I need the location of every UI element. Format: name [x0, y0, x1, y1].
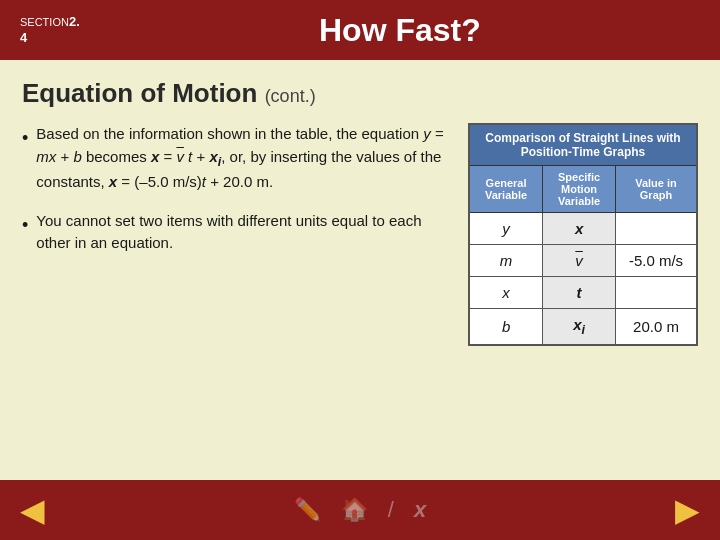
heading-main: Equation of Motion: [22, 78, 257, 108]
section-heading: Equation of Motion (cont.): [22, 78, 698, 109]
bottom-bar: ◀ ✏️ 🏠 / x ▶: [0, 480, 720, 540]
bullet-item-1: • Based on the information shown in the …: [22, 123, 452, 194]
section-line2: 4: [20, 30, 27, 45]
main-content: Equation of Motion (cont.) • Based on th…: [0, 60, 720, 480]
cell-specific-4: xi: [543, 309, 616, 346]
comparison-table: Comparison of Straight Lines with Positi…: [468, 123, 698, 346]
table-row-2: m v -5.0 m/s: [469, 245, 697, 277]
cell-specific-1: x: [543, 213, 616, 245]
cell-value-2: -5.0 m/s: [616, 245, 698, 277]
text-column: • Based on the information shown in the …: [22, 123, 452, 271]
cell-value-1: [616, 213, 698, 245]
prev-arrow[interactable]: ◀: [20, 491, 45, 529]
section-label: SECTION2. 4: [20, 14, 80, 45]
cell-general-4: b: [469, 309, 543, 346]
table-row-3: x t: [469, 277, 697, 309]
cell-general-2: m: [469, 245, 543, 277]
cell-general-1: y: [469, 213, 543, 245]
bullet-dot-2: •: [22, 212, 28, 239]
section-word: SECTION: [20, 16, 69, 28]
cell-specific-2: v: [543, 245, 616, 277]
col-header-value: Value inGraph: [616, 166, 698, 213]
x-icon: x: [414, 497, 426, 523]
bottom-icons: ✏️ 🏠 / x: [294, 497, 426, 523]
cell-value-3: [616, 277, 698, 309]
page-title: How Fast?: [100, 12, 700, 49]
slash-icon: /: [388, 497, 394, 523]
next-arrow[interactable]: ▶: [675, 491, 700, 529]
cell-specific-3: t: [543, 277, 616, 309]
heading-sub: (cont.): [265, 86, 316, 106]
content-row: • Based on the information shown in the …: [22, 123, 698, 346]
top-bar: SECTION2. 4 How Fast?: [0, 0, 720, 60]
bullet-dot-1: •: [22, 125, 28, 152]
bullet-item-2: • You cannot set two items with differen…: [22, 210, 452, 255]
cell-value-4: 20.0 m: [616, 309, 698, 346]
pencil-icon: ✏️: [294, 497, 321, 523]
bullet-text-1: Based on the information shown in the ta…: [36, 123, 452, 194]
col-header-specific: SpecificMotionVariable: [543, 166, 616, 213]
cell-general-3: x: [469, 277, 543, 309]
table-container: Comparison of Straight Lines with Positi…: [468, 123, 698, 346]
table-row-1: y x: [469, 213, 697, 245]
table-row-4: b xi 20.0 m: [469, 309, 697, 346]
bullet-text-2: You cannot set two items with different …: [36, 210, 452, 255]
table-header-main: Comparison of Straight Lines with Positi…: [469, 124, 697, 166]
col-header-general: GeneralVariable: [469, 166, 543, 213]
section-number: 2.: [69, 14, 80, 29]
home-icon: 🏠: [341, 497, 368, 523]
